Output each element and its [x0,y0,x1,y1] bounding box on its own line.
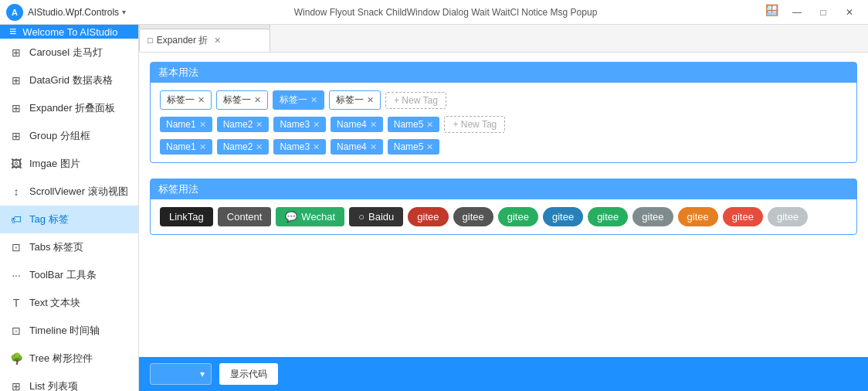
basic-section: 基本用法 标签一✕标签一✕标签一✕标签一✕+ New Tag Name1✕Nam… [150,62,857,163]
label-tag-label-12: gitee [777,211,798,223]
label-tag-2[interactable]: 💬Wechat [276,207,344,226]
filled-tag2-1[interactable]: Name2✕ [217,139,270,155]
filled-tag1-2[interactable]: Name3✕ [273,117,326,132]
label-tag-0[interactable]: LinkTag [160,207,213,226]
filled-tag1-3[interactable]: Name4✕ [331,117,383,132]
tab-close-expander[interactable]: ✕ [214,36,221,46]
outline-tag-close-0[interactable]: ✕ [198,95,205,105]
text-icon: T [9,297,23,309]
outline-tag-3[interactable]: 标签一✕ [329,90,381,110]
label-tag-8[interactable]: gitee [588,207,628,226]
basic-section-title: 基本用法 [151,63,856,83]
filled-tag2-4[interactable]: Name5✕ [388,139,440,155]
window-controls: 🪟 — □ ✕ [765,4,862,21]
tabs-icon: ⊡ [9,241,23,253]
sidebar-item-carousel[interactable]: ⊞ Carousel 走马灯 [0,39,138,66]
sidebar-item-datagrid[interactable]: ⊞ DataGrid 数据表格 [0,66,138,94]
label-tag-6[interactable]: gitee [498,207,538,226]
filled-tag2-close-2[interactable]: ✕ [313,142,320,152]
sidebar-item-list[interactable]: ⊞ List 列表项 [0,372,138,391]
label-tag-12[interactable]: gitee [768,207,808,226]
toolbar-icon: ··· [9,269,23,281]
add-tag-btn-2[interactable]: + New Tag [444,116,505,133]
label-section-title: 标签用法 [151,179,856,199]
maximize-button[interactable]: □ [811,4,836,21]
sidebar-header: ≡ Welcome To AIStudio [0,25,138,39]
filled-tag1-4[interactable]: Name5✕ [388,117,440,132]
label-tag-label-7: gitee [552,211,574,223]
tab-items-container: ◉ Avatar 头像 ✕ □ Badge 徽标数 ✕ 📅 Calendar 日… [139,25,272,52]
outline-tag-close-1[interactable]: ✕ [254,95,261,105]
label-tag-9[interactable]: gitee [632,207,673,226]
basic-section-body: 标签一✕标签一✕标签一✕标签一✕+ New Tag Name1✕Name2✕Na… [151,83,856,162]
label-tag-row: LinkTagContent💬Wechat○Baidugiteegiteegit… [160,207,847,226]
outline-tag-1[interactable]: 标签一✕ [216,90,268,110]
sidebar-item-tree[interactable]: 🌳 Tree 树形控件 [0,345,138,372]
sidebar-item-group[interactable]: ⊞ Group 分组框 [0,122,138,150]
filled-tag1-close-4[interactable]: ✕ [426,120,433,130]
label-tag-label-11: gitee [732,211,754,223]
sidebar-item-toolbar[interactable]: ··· ToolBar 工具条 [0,261,138,289]
sidebar-item-label-expander: Expander 折叠面板 [29,101,115,115]
sidebar-item-scrollviewer[interactable]: ↕ ScrollViewer 滚动视图 [0,178,138,206]
sidebar-item-label-tag: Tag 标签 [29,212,69,226]
add-tag-btn-1[interactable]: + New Tag [385,92,446,109]
tag-row-outline: 标签一✕标签一✕标签一✕标签一✕+ New Tag [160,90,847,110]
sidebar-item-tabs[interactable]: ⊡ Tabs 标签页 [0,233,138,261]
sidebar-item-text[interactable]: T Text 文本块 [0,289,138,317]
label-tag-label-1: Content [227,211,263,223]
filled-tag1-label-4: Name5 [394,119,424,130]
outline-tag-0[interactable]: 标签一✕ [160,90,212,110]
label-tag-label-2: Wechat [301,211,335,223]
label-tag-1[interactable]: Content [218,207,272,226]
sidebar-item-timeline[interactable]: ⊡ Timeline 时间轴 [0,317,138,345]
label-tag-4[interactable]: gitee [408,207,448,226]
filled-tag1-1[interactable]: Name2✕ [217,117,270,132]
code-selector[interactable]: ▾ [150,363,212,385]
sidebar-item-imgae[interactable]: 🖼 Imgae 图片 [0,150,138,178]
tab-label-expander: Expander 折 [157,34,209,47]
filled-tag1-close-0[interactable]: ✕ [199,120,206,130]
sidebar: ≡ Welcome To AIStudio ⊞ Carousel 走马灯 ⊞ D… [0,25,139,391]
outline-tag-2[interactable]: 标签一✕ [273,90,324,110]
scrollviewer-icon: ↕ [9,185,23,198]
filled-tag2-2[interactable]: Name3✕ [273,139,326,155]
filled-tag2-close-0[interactable]: ✕ [199,142,206,152]
filled-tag1-close-1[interactable]: ✕ [256,120,263,130]
label-tag-11[interactable]: gitee [723,207,763,226]
list-icon: ⊞ [9,380,23,391]
filled-tag2-close-4[interactable]: ✕ [426,142,433,152]
label-tag-7[interactable]: gitee [543,207,583,226]
label-tag-3[interactable]: ○Baidu [349,207,403,226]
expander-icon: ⊞ [9,102,23,114]
sidebar-item-label-scrollviewer: ScrollViewer 滚动视图 [29,185,128,199]
tab-expander[interactable]: □ Expander 折 ✕ [139,29,270,52]
outline-tag-label-2: 标签一 [280,94,307,107]
main-content[interactable]: 基本用法 标签一✕标签一✕标签一✕标签一✕+ New Tag Name1✕Nam… [139,53,868,357]
app-name: AIStudio.Wpf.Controls [28,7,119,18]
sidebar-item-expander[interactable]: ⊞ Expander 折叠面板 [0,94,138,122]
label-tag-10[interactable]: gitee [678,207,718,226]
minimize-button[interactable]: — [785,4,809,21]
carousel-icon: ⊞ [9,46,23,59]
sidebar-item-tag[interactable]: 🏷 Tag 标签 [0,206,138,233]
filled-tag1-label-1: Name2 [223,119,253,130]
tag-icon: 🏷 [9,213,23,226]
filled-tag2-0[interactable]: Name1✕ [160,139,212,155]
label-tag-5[interactable]: gitee [453,207,493,226]
filled-tag1-close-3[interactable]: ✕ [370,120,377,130]
outline-tag-close-2[interactable]: ✕ [310,95,317,105]
close-button[interactable]: ✕ [837,4,862,21]
filled-tag1-label-3: Name4 [337,119,367,130]
outline-tag-close-3[interactable]: ✕ [367,95,374,105]
show-code-button[interactable]: 显示代码 [219,363,278,385]
filled-tag1-0[interactable]: Name1✕ [160,117,212,132]
filled-tag1-close-2[interactable]: ✕ [313,120,320,130]
filled-tag2-close-1[interactable]: ✕ [256,142,263,152]
filled-tag2-close-3[interactable]: ✕ [370,142,377,152]
sidebar-item-label-tree: Tree 树形控件 [29,352,93,366]
timeline-icon: ⊡ [9,325,23,337]
filled-tag2-3[interactable]: Name4✕ [331,139,383,155]
label-tag-label-4: gitee [417,211,439,223]
sidebar-item-label-datagrid: DataGrid 数据表格 [29,73,113,87]
